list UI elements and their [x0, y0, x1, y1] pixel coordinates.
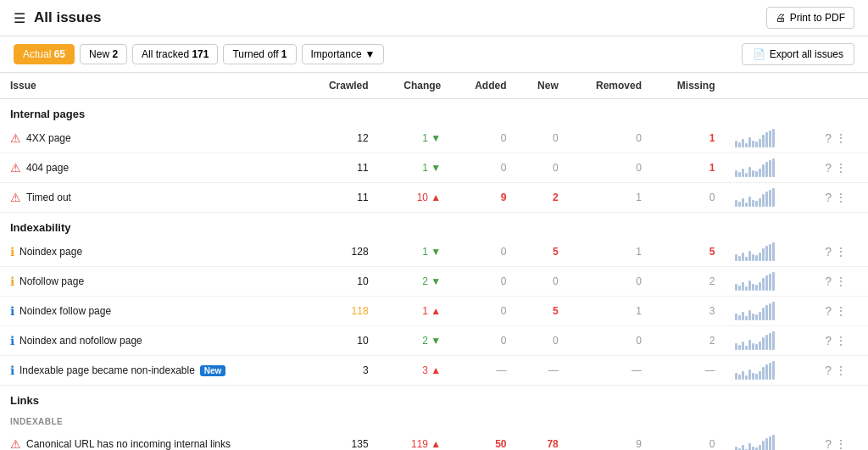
table-row: ℹNoindex follow page1181 ▲0513?⋮: [0, 297, 868, 326]
help-icon[interactable]: ?: [825, 245, 832, 258]
help-icon[interactable]: ?: [825, 437, 832, 450]
warning-icon: ⚠: [10, 437, 21, 450]
help-icon[interactable]: ?: [825, 304, 832, 318]
col-change: Change: [379, 73, 452, 99]
more-options-icon[interactable]: ⋮: [835, 304, 847, 318]
sparkline-cell: [725, 267, 815, 297]
sparkline-chart: [735, 242, 786, 261]
sparkline-cell: [725, 124, 815, 153]
added-value: 0: [451, 326, 516, 356]
issue-name: Indexable page became non-indexable: [19, 364, 195, 376]
table-row: ⚠404 page111 ▼0001?⋮: [0, 153, 868, 183]
export-button[interactable]: 📄 Export all issues: [742, 43, 854, 65]
col-removed: Removed: [569, 73, 652, 99]
more-options-icon[interactable]: ⋮: [835, 275, 847, 288]
added-value: 0: [451, 237, 516, 267]
header: ☰ All issues 🖨 Print to PDF Actual 65 Ne…: [0, 0, 868, 73]
issues-table-container: Issue Crawled Change Added New Removed M…: [0, 73, 868, 450]
change-value: 1 ▲: [379, 297, 452, 326]
tab-actual[interactable]: Actual 65: [14, 44, 75, 64]
removed-value: 1: [569, 237, 652, 267]
change-value: 2 ▼: [379, 326, 452, 356]
col-missing: Missing: [652, 73, 725, 99]
tab-group: Actual 65 New 2 All tracked 171 Turned o…: [14, 44, 384, 64]
info-yellow-icon: ℹ: [10, 275, 14, 288]
table-header-row: Issue Crawled Change Added New Removed M…: [0, 73, 868, 99]
change-value: 119 ▲: [379, 430, 452, 450]
sparkline-chart: [735, 361, 786, 380]
tab-all-tracked[interactable]: All tracked 171: [132, 44, 218, 64]
sparkline-chart: [735, 435, 786, 450]
action-cell: ?⋮: [815, 356, 868, 386]
more-options-icon[interactable]: ⋮: [835, 131, 847, 145]
tab-new[interactable]: New 2: [80, 44, 127, 64]
new-value: 5: [516, 237, 568, 267]
print-button[interactable]: 🖨 Print to PDF: [766, 7, 854, 29]
help-icon[interactable]: ?: [825, 275, 832, 288]
more-options-icon[interactable]: ⋮: [835, 364, 847, 377]
help-icon[interactable]: ?: [825, 191, 832, 204]
col-crawled: Crawled: [303, 73, 379, 99]
help-icon[interactable]: ?: [825, 334, 832, 347]
section-header: Links: [0, 386, 868, 411]
more-options-icon[interactable]: ⋮: [835, 437, 847, 450]
new-value: 78: [516, 430, 568, 450]
sub-section-header: INDEXABLE: [0, 410, 868, 430]
page-title: All issues: [34, 9, 101, 26]
action-cell: ?⋮: [815, 297, 868, 326]
crawled-value: 11: [303, 153, 379, 183]
change-value: 2 ▼: [379, 267, 452, 297]
missing-value: 1: [652, 153, 725, 183]
crawled-value: 3: [303, 356, 379, 386]
info-blue-icon: ℹ: [10, 334, 14, 347]
sparkline-cell: [725, 430, 815, 450]
issue-name: Canonical URL has no incoming internal l…: [26, 438, 231, 450]
warning-icon: ⚠: [10, 191, 21, 204]
change-value: 3 ▲: [379, 356, 452, 386]
more-options-icon[interactable]: ⋮: [835, 334, 847, 347]
issue-name: Timed out: [26, 192, 71, 203]
importance-dropdown[interactable]: Importance ▼: [302, 44, 385, 64]
action-cell: ?⋮: [815, 326, 868, 356]
more-options-icon[interactable]: ⋮: [835, 161, 847, 175]
action-cell: ?⋮: [815, 237, 868, 267]
more-options-icon[interactable]: ⋮: [835, 245, 847, 258]
more-options-icon[interactable]: ⋮: [835, 191, 847, 204]
print-icon: 🖨: [776, 12, 786, 24]
action-cell: ?⋮: [815, 267, 868, 297]
new-value: 2: [516, 183, 568, 213]
sparkline-chart: [735, 129, 786, 147]
crawled-value: 10: [303, 267, 379, 297]
sparkline-cell: [725, 237, 815, 267]
col-added: Added: [451, 73, 516, 99]
section-header: Internal pages: [0, 99, 868, 125]
removed-value: 0: [569, 153, 652, 183]
section-header: Indexability: [0, 213, 868, 238]
sparkline-cell: [725, 297, 815, 326]
col-actions: [815, 73, 868, 99]
removed-value: 1: [569, 297, 652, 326]
removed-value: 9: [569, 430, 652, 450]
crawled-value: 12: [303, 124, 379, 153]
help-icon[interactable]: ?: [825, 131, 832, 145]
export-icon: 📄: [753, 48, 765, 60]
sparkline-chart: [735, 188, 786, 207]
added-value: 50: [451, 430, 516, 450]
removed-value: 0: [569, 267, 652, 297]
new-value: —: [516, 356, 568, 386]
table-row: ⚠4XX page121 ▼0001?⋮: [0, 124, 868, 153]
help-icon[interactable]: ?: [825, 364, 832, 377]
issues-table: Issue Crawled Change Added New Removed M…: [0, 73, 868, 450]
new-value: 0: [516, 124, 568, 153]
col-issue: Issue: [0, 73, 303, 99]
table-row: ℹNoindex and nofollow page102 ▼0002?⋮: [0, 326, 868, 356]
sparkline-cell: [725, 326, 815, 356]
menu-icon[interactable]: ☰: [14, 10, 25, 26]
sparkline-cell: [725, 153, 815, 183]
warning-icon: ⚠: [10, 131, 21, 145]
added-value: —: [451, 356, 516, 386]
issue-name: 404 page: [26, 162, 69, 174]
help-icon[interactable]: ?: [825, 161, 832, 175]
missing-value: 2: [652, 267, 725, 297]
tab-turned-off[interactable]: Turned off 1: [223, 44, 296, 64]
